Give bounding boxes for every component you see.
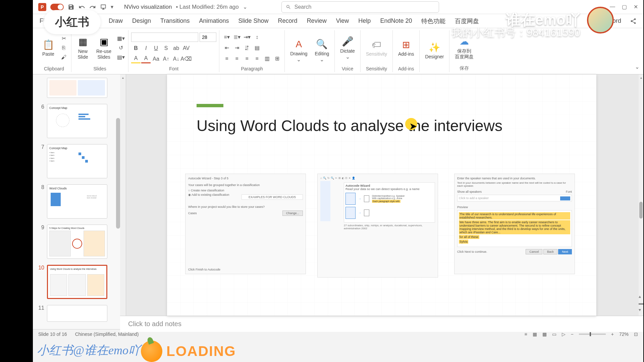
italic-icon[interactable]: I bbox=[141, 44, 151, 53]
reading-view-icon[interactable]: ▭ bbox=[552, 331, 556, 337]
slideshow-view-icon[interactable]: ▷ bbox=[562, 331, 566, 337]
search-input[interactable] bbox=[294, 4, 435, 10]
last-modified[interactable]: • Last Modified: 26m ago bbox=[176, 4, 238, 10]
normal-view-icon[interactable]: ▦ bbox=[533, 331, 537, 337]
maximize-icon[interactable]: ▢ bbox=[622, 4, 627, 10]
editing-button[interactable]: 🔍 Editing ⌄ bbox=[312, 37, 332, 64]
slide-title-text[interactable]: Using Word Clouds to analyse the intervi… bbox=[197, 117, 502, 135]
clear-format-icon[interactable]: A⌫ bbox=[181, 55, 191, 63]
notes-toggle[interactable]: ≡ bbox=[524, 331, 527, 337]
tab-animations[interactable]: Animations bbox=[199, 16, 229, 26]
editor-scrollbar[interactable]: ▴ ▴ ▬ ▾ bbox=[639, 74, 643, 316]
layout-icon[interactable]: ▦▾ bbox=[116, 34, 125, 43]
format-painter-icon[interactable]: 🖌 bbox=[59, 53, 68, 62]
underline-icon[interactable]: U bbox=[151, 44, 161, 53]
slide-thumb-11[interactable] bbox=[47, 305, 107, 322]
minimize-icon[interactable]: — bbox=[610, 4, 615, 10]
decrease-indent-icon[interactable]: ⇤ bbox=[222, 44, 231, 52]
justify-icon[interactable]: ≡ bbox=[252, 54, 262, 63]
slide-thumb-10[interactable]: Using Word Clouds to analyse the intervi… bbox=[47, 265, 107, 299]
collapse-ribbon-icon[interactable]: ⌄ bbox=[635, 64, 639, 70]
tab-help[interactable]: Help bbox=[358, 16, 371, 26]
tab-design[interactable]: Design bbox=[132, 16, 151, 26]
slide-thumb-9[interactable]: 5 Steps for Creating Word Clouds bbox=[47, 225, 107, 259]
qat-more-icon[interactable]: ▾ bbox=[111, 4, 113, 10]
tab-baidu[interactable]: 百度网盘 bbox=[455, 16, 479, 26]
tab-view[interactable]: View bbox=[336, 16, 349, 26]
align-left-icon[interactable]: ≡ bbox=[222, 54, 231, 63]
section-icon[interactable]: ▤▾ bbox=[116, 53, 125, 62]
slide-thumb-6[interactable]: Concept Map bbox=[47, 104, 107, 138]
drawing-button[interactable]: A Drawing ⌄ bbox=[287, 37, 310, 64]
language-status[interactable]: Chinese (Simplified, Mainland) bbox=[75, 331, 139, 337]
thumbnail-scrollbar[interactable] bbox=[116, 118, 120, 229]
align-right-icon[interactable]: ≡ bbox=[242, 54, 252, 63]
slide-nav-icon[interactable]: ▬ bbox=[639, 300, 643, 306]
editor-scrollbar-thumb[interactable] bbox=[639, 202, 643, 219]
line-spacing-icon[interactable]: ↕ bbox=[252, 33, 262, 42]
tab-endnote[interactable]: EndNote 20 bbox=[380, 16, 412, 26]
slide-thumb-7[interactable]: Concept Map • item• item• item• item bbox=[47, 144, 107, 178]
decrease-font-icon[interactable]: A↓ bbox=[171, 55, 181, 63]
paste-button[interactable]: 📋 Paste bbox=[40, 37, 57, 58]
close-icon[interactable]: ✕ bbox=[634, 4, 638, 10]
slide-thumbnail-panel[interactable]: 6 Concept Map 7 Concept Map • item• item… bbox=[33, 74, 120, 329]
bullets-icon[interactable]: ≡▾ bbox=[222, 33, 231, 42]
search-box[interactable] bbox=[281, 1, 439, 13]
undo-icon[interactable] bbox=[78, 4, 85, 10]
addins-button[interactable]: ⊞ Add-ins bbox=[395, 37, 417, 58]
highlight-icon[interactable]: A bbox=[131, 55, 141, 63]
next-slide-icon[interactable]: ▾ bbox=[639, 307, 643, 312]
slide-image-1[interactable]: Autocode Wizard - Step 3 of 5 Your cases… bbox=[185, 174, 306, 274]
notes-pane[interactable]: Click to add notes bbox=[120, 316, 643, 332]
font-size-select[interactable]: 28 bbox=[200, 33, 216, 42]
slide-canvas[interactable]: Using Word Clouds to analyse the intervi… bbox=[167, 74, 596, 316]
tab-review[interactable]: Review bbox=[307, 16, 327, 26]
cut-icon[interactable]: ✂ bbox=[59, 34, 68, 43]
font-family-select[interactable] bbox=[131, 33, 198, 42]
reset-icon[interactable]: ↺ bbox=[116, 44, 125, 52]
char-spacing-icon[interactable]: AV bbox=[181, 44, 191, 53]
tab-slideshow[interactable]: Slide Show bbox=[238, 16, 269, 26]
zoom-in-icon[interactable]: + bbox=[611, 331, 614, 337]
align-center-icon[interactable]: ≡ bbox=[232, 54, 241, 63]
align-text-icon[interactable]: ▤ bbox=[252, 44, 262, 52]
slide-thumb-8[interactable]: Word Clouds word cloudtext cluster bbox=[47, 184, 107, 219]
fit-window-icon[interactable]: ⊡ bbox=[634, 331, 638, 337]
strikethrough-icon[interactable]: S bbox=[161, 44, 171, 53]
list-level-icon[interactable]: ⇥▾ bbox=[242, 33, 252, 42]
font-color-icon[interactable]: A bbox=[141, 55, 151, 63]
share-icon[interactable] bbox=[630, 18, 637, 24]
save-icon[interactable] bbox=[68, 4, 74, 10]
zoom-level[interactable]: 72% bbox=[619, 331, 629, 337]
columns-icon[interactable]: ▥ bbox=[262, 54, 272, 63]
slide-thumb-5[interactable] bbox=[47, 78, 107, 98]
change-case-icon[interactable]: Aa bbox=[151, 55, 161, 63]
zoom-out-icon[interactable]: − bbox=[571, 331, 574, 337]
present-icon[interactable] bbox=[100, 4, 107, 10]
tab-transitions[interactable]: Transitions bbox=[160, 16, 190, 26]
modified-dropdown-icon[interactable]: ⌄ bbox=[243, 4, 247, 10]
shadow-icon[interactable]: ab bbox=[171, 44, 181, 53]
text-direction-icon[interactable]: ⮃ bbox=[242, 44, 252, 52]
copy-icon[interactable]: ⎘ bbox=[59, 44, 68, 52]
reuse-slides-button[interactable]: ▣ Re-use Slides bbox=[94, 35, 114, 61]
sensitivity-button[interactable]: 🏷 Sensitivity bbox=[363, 37, 390, 58]
designer-button[interactable]: ✨ Designer bbox=[422, 40, 446, 61]
dictate-button[interactable]: 🎤 Dictate ⌄ bbox=[337, 34, 358, 62]
numbering-icon[interactable]: ≣▾ bbox=[232, 33, 241, 42]
slide-image-2[interactable]: ⌂🔍↻🔍✂⊞◐⊡✕👤 Autocode Wizard Read your dat… bbox=[317, 174, 438, 278]
increase-font-icon[interactable]: A↑ bbox=[161, 55, 171, 63]
bold-icon[interactable]: B bbox=[131, 44, 141, 53]
slide-image-3[interactable]: Enter the speaker names that are used in… bbox=[454, 174, 575, 274]
new-slide-button[interactable]: ▦ New Slide bbox=[74, 35, 92, 61]
smartart-icon[interactable]: ⊞ bbox=[272, 54, 282, 63]
prev-slide-icon[interactable]: ▴ bbox=[639, 294, 643, 299]
increase-indent-icon[interactable]: ⇥ bbox=[232, 44, 241, 52]
sorter-view-icon[interactable]: ▩ bbox=[542, 331, 547, 337]
tab-draw[interactable]: Draw bbox=[109, 16, 123, 26]
autosave-toggle[interactable] bbox=[50, 4, 64, 10]
tab-record[interactable]: Record bbox=[278, 16, 298, 26]
redo-icon[interactable] bbox=[89, 4, 96, 10]
tab-special[interactable]: 特色功能 bbox=[421, 16, 445, 26]
